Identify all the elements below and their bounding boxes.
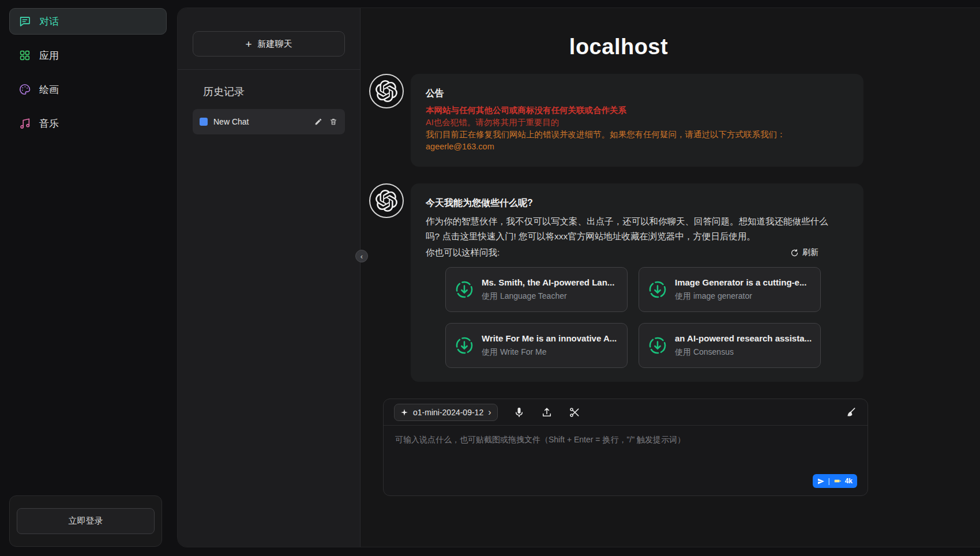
model-name: o1-mini-2024-09-12	[413, 408, 483, 417]
message-welcome: 今天我能为您做些什么呢? 作为你的智慧伙伴，我不仅可以写文案、出点子，还可以和你…	[369, 183, 868, 382]
refresh-icon	[790, 249, 799, 257]
chat-icon	[18, 15, 31, 28]
message-input[interactable]	[384, 426, 868, 475]
sidebar-item-label: 音乐	[39, 117, 59, 130]
assistant-avatar	[369, 183, 404, 218]
music-icon	[18, 117, 31, 130]
apps-icon	[18, 49, 31, 62]
suggestion-subtitle: 使用 image generator	[675, 291, 806, 302]
send-icon	[817, 478, 825, 485]
announcement-line: 我们目前正在修复我们网站上的错误并改进细节。如果您有任何疑问，请通过以下方式联系…	[426, 129, 848, 141]
suggestion-card[interactable]: an AI-powered research assista... 使用 Con…	[639, 323, 821, 368]
login-panel: 立即登录	[9, 495, 162, 547]
history-body: 历史记录 New Chat	[178, 70, 360, 134]
contact-email-link[interactable]: ageerle@163.com	[426, 142, 494, 151]
upload-icon[interactable]	[540, 406, 553, 419]
announcement-heading: 公告	[426, 88, 848, 100]
suggestion-title: an AI-powered research assista...	[675, 333, 812, 343]
suggestion-card[interactable]: Ms. Smith, the AI-powered Lan... 使用 Lang…	[445, 267, 628, 312]
battery-icon	[833, 477, 842, 485]
history-top: + 新建聊天	[178, 8, 360, 70]
history-heading: 历史记录	[203, 85, 345, 99]
welcome-bubble: 今天我能为您做些什么呢? 作为你的智慧伙伴，我不仅可以写文案、出点子，还可以和你…	[411, 183, 863, 382]
announcement-line: 本网站与任何其他公司或商标没有任何关联或合作关系	[426, 104, 848, 117]
scissors-icon[interactable]	[568, 406, 581, 419]
model-selector[interactable]: o1-mini-2024-09-12 ›	[394, 404, 498, 421]
suggestion-text: an AI-powered research assista... 使用 Con…	[675, 333, 812, 358]
composer: o1-mini-2024-09-12 ›	[383, 399, 868, 496]
circle-arrow-down-icon	[648, 280, 667, 299]
suggestion-title: Image Generator is a cutting-e...	[675, 277, 806, 287]
suggestion-text: Write For Me is an innovative A... 使用 Wr…	[482, 333, 617, 358]
microphone-icon[interactable]	[513, 406, 525, 419]
send-token-badge[interactable]: | 4k	[813, 474, 857, 488]
sparkle-icon	[400, 408, 408, 416]
sidebar-item-label: 绘画	[39, 83, 59, 96]
sidebar-item-label: 对话	[39, 15, 59, 28]
app-root: 对话 应用	[0, 0, 980, 556]
chat-main: localhost 公告 本网站与任何其他公司或商标没有任何关联或合作关系 AI…	[361, 8, 980, 547]
circle-arrow-down-icon	[648, 336, 667, 355]
suggestion-card[interactable]: Write For Me is an innovative A... 使用 Wr…	[445, 323, 628, 368]
suggestion-title: Write For Me is an innovative A...	[482, 333, 617, 343]
suggestion-text: Ms. Smith, the AI-powered Lan... 使用 Lang…	[482, 277, 614, 302]
welcome-heading: 今天我能为您做些什么呢?	[426, 197, 848, 209]
refresh-button[interactable]: 刷新	[790, 247, 818, 258]
suggestion-subtitle: 使用 Consensus	[675, 347, 812, 358]
plus-icon: +	[245, 39, 251, 50]
chevron-right-icon: ›	[488, 408, 491, 417]
openai-logo-icon	[376, 80, 397, 102]
hint-row: 你也可以这样问我: 刷新	[426, 245, 848, 260]
new-chat-button[interactable]: + 新建聊天	[193, 31, 345, 57]
sidebar: 对话 应用	[0, 0, 176, 556]
assistant-avatar	[369, 74, 404, 108]
sidebar-item-paint[interactable]: 绘画	[9, 76, 167, 103]
suggestion-title: Ms. Smith, the AI-powered Lan...	[482, 277, 614, 287]
suggestion-subtitle: 使用 Language Teacher	[482, 291, 614, 302]
new-chat-label: 新建聊天	[258, 39, 292, 50]
openai-logo-icon	[376, 190, 397, 212]
announcement-line: AI也会犯错。请勿将其用于重要目的	[426, 117, 848, 129]
history-item-title: New Chat	[213, 117, 308, 126]
chat-square-icon	[200, 118, 208, 126]
composer-toolbar: o1-mini-2024-09-12 ›	[384, 399, 868, 426]
palette-icon	[18, 83, 31, 96]
circle-arrow-down-icon	[455, 280, 474, 299]
message-announcement: 公告 本网站与任何其他公司或商标没有任何关联或合作关系 AI也会犯错。请勿将其用…	[369, 74, 868, 167]
collapse-sidebar-button[interactable]: ‹	[355, 250, 368, 262]
history-list-item[interactable]: New Chat	[193, 109, 345, 134]
edit-icon[interactable]	[314, 117, 323, 126]
sidebar-item-apps[interactable]: 应用	[9, 42, 167, 69]
suggestion-card[interactable]: Image Generator is a cutting-e... 使用 ima…	[639, 267, 821, 312]
suggestion-text: Image Generator is a cutting-e... 使用 ima…	[675, 277, 806, 302]
token-count: 4k	[845, 477, 853, 485]
delete-icon[interactable]	[329, 117, 338, 126]
suggestion-grid: Ms. Smith, the AI-powered Lan... 使用 Lang…	[445, 267, 848, 368]
sidebar-item-music[interactable]: 音乐	[9, 110, 167, 137]
page-title: localhost	[369, 33, 868, 60]
history-panel: + 新建聊天 历史记录 New Chat	[178, 8, 361, 547]
refresh-label: 刷新	[802, 247, 818, 258]
login-button[interactable]: 立即登录	[17, 508, 155, 534]
announcement-bubble: 公告 本网站与任何其他公司或商标没有任何关联或合作关系 AI也会犯错。请勿将其用…	[411, 74, 863, 167]
badge-divider: |	[828, 477, 830, 485]
welcome-body: 作为你的智慧伙伴，我不仅可以写文案、出点子，还可以和你聊天、回答问题。想知道我还…	[426, 214, 841, 244]
sidebar-item-label: 应用	[39, 49, 59, 62]
clear-broom-icon[interactable]	[844, 406, 857, 419]
circle-arrow-down-icon	[455, 336, 474, 355]
ask-hint: 你也可以这样问我:	[426, 245, 500, 260]
content-card: + 新建聊天 历史记录 New Chat	[178, 8, 980, 547]
sidebar-item-chat[interactable]: 对话	[9, 8, 167, 35]
suggestion-subtitle: 使用 Write For Me	[482, 347, 617, 358]
